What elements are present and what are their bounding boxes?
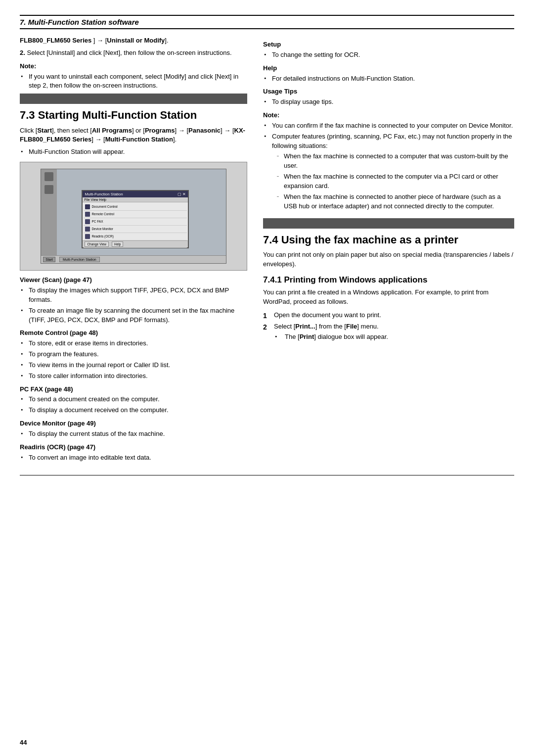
mfs-window: Multi-Function Station ▢ ✕ File View Hel… [82, 190, 189, 248]
remote-heading: Remote Control (page 48) [20, 329, 247, 338]
mfs-help-btn: Help [112, 241, 123, 247]
note-list-right: You can confirm if the fax machine is co… [263, 121, 514, 211]
viewer-bullet-2: To create an image file by scanning the … [20, 306, 247, 325]
viewer-bullet-1: To display the images which support TIFF… [20, 286, 247, 305]
screenshot-left-icons [41, 169, 57, 263]
chapter-title: 7. Multi-Function Station software [20, 18, 514, 26]
chapter-header: 7. Multi-Function Station software [20, 15, 514, 29]
mfs-controls: ▢ ✕ [178, 192, 186, 196]
mfs-appear-list: Multi-Function Station will appear. [20, 147, 247, 157]
mfs-appear-item: Multi-Function Station will appear. [20, 147, 247, 157]
page: 7. Multi-Function Station software FLB80… [0, 0, 534, 756]
left-column: FLB800_FLM650 Series ] → [Uninstall or M… [20, 36, 247, 465]
taskbar-start: Start [43, 257, 55, 262]
readiris-bullet-1: To convert an image into editable text d… [20, 453, 247, 463]
step-1-num: 1 [263, 311, 267, 321]
right-column: Setup To change the setting for OCR. Hel… [263, 36, 514, 465]
two-column-layout: FLB800_FLM650 Series ] → [Uninstall or M… [20, 36, 514, 465]
mfs-icon-2 [85, 212, 90, 217]
remote-bullet-2: To program the features. [20, 350, 247, 359]
screenshot-box: Multi-Function Station ▢ ✕ File View Hel… [20, 162, 247, 271]
section-741-title: 7.4.1 Printing from Windows applications [263, 275, 514, 285]
step-2-num: 2 [263, 322, 267, 332]
pcfax-heading: PC FAX (page 48) [20, 385, 247, 394]
taskbar-mfs: Multi-Function Station [59, 257, 100, 262]
device-heading: Device Monitor (page 49) [20, 419, 247, 428]
bottom-rule [20, 475, 514, 475]
section-74-bar [263, 218, 514, 229]
section-73-bar-text [23, 95, 25, 102]
steps-list: 1 Open the document you want to print. 2… [263, 311, 514, 342]
section-74-bar-text [266, 220, 268, 227]
flb-step-line: FLB800_FLM650 Series ] → [Uninstall or M… [20, 36, 247, 46]
icon-1 [44, 172, 53, 181]
step2-para: 2. Select [Uninstall] and click [Next], … [20, 48, 247, 58]
pcfax-list: To send a document created on the comput… [20, 395, 247, 415]
mfs-icon-1 [85, 204, 90, 209]
section-73-title: 7.3 Starting Multi-Function Station [20, 109, 247, 122]
usage-list: To display usage tips. [263, 97, 514, 107]
help-list: For detailed instructions on Multi-Funct… [263, 74, 514, 84]
remote-bullet-4: To store caller information into directo… [20, 372, 247, 381]
step-2-sub-list: The [Print] dialogue box will appear. [274, 332, 514, 342]
setup-list: To change the setting for OCR. [263, 50, 514, 60]
step-2-text: Select [Print...] from the [File] menu. [274, 323, 379, 330]
mfs-menu-list: Document Control Remote Control PC FAX [83, 202, 188, 245]
remote-bullet-1: To store, edit or erase items in directo… [20, 339, 247, 348]
usage-heading: Usage Tips [263, 87, 514, 96]
pcfax-bullet-2: To display a document received on the co… [20, 406, 247, 415]
viewer-heading: Viewer (Scan) (page 47) [20, 276, 247, 285]
mfs-row-4: Device Monitor [84, 226, 187, 233]
flb-series-label: FLB800_FLM650 Series [20, 37, 91, 44]
mfs-icon-4 [85, 227, 90, 232]
viewer-list: To display the images which support TIFF… [20, 286, 247, 325]
step-2-sub-bullet: The [Print] dialogue box will appear. [274, 332, 514, 342]
mfs-bottom-bar: Change View Help [83, 240, 188, 247]
mfs-icon-3 [85, 219, 90, 224]
dash-item-2: When the fax machine is connected to the… [272, 172, 514, 191]
mfs-row-5: Readiris (OCR) [84, 233, 187, 240]
screenshot-inner: Multi-Function Station ▢ ✕ File View Hel… [41, 169, 226, 264]
note-bullet-left: If you want to uninstall each component,… [20, 72, 247, 91]
mfs-item-1: Document Control [91, 205, 117, 209]
note-bullets-left: If you want to uninstall each component,… [20, 72, 247, 91]
section-74-title: 7.4 Using the fax machine as a printer [263, 234, 514, 246]
readiris-heading: Readiris (OCR) (page 47) [20, 443, 247, 452]
pcfax-bullet-1: To send a document created on the comput… [20, 395, 247, 404]
mfs-row-1: Document Control [84, 203, 187, 211]
mfs-item-2: Remote Control [91, 212, 114, 216]
mfs-body: Document Control Remote Control PC FAX [83, 202, 188, 245]
help-bullet: For detailed instructions on Multi-Funct… [263, 74, 514, 84]
uninstall-label: Uninstall or Modify [107, 37, 165, 44]
setup-heading: Setup [263, 40, 514, 49]
mfs-item-5: Readiris (OCR) [91, 235, 113, 238]
readiris-list: To convert an image into editable text d… [20, 453, 247, 463]
usage-bullet: To display usage tips. [263, 97, 514, 107]
mfs-row-2: Remote Control [84, 211, 187, 218]
icon-2 [44, 185, 53, 194]
section-73-intro: Click [Start], then select [All Programs… [20, 126, 247, 145]
section-74-intro: You can print not only on plain paper bu… [263, 250, 514, 269]
setup-bullet: To change the setting for OCR. [263, 50, 514, 60]
device-bullet-1: To display the current status of the fax… [20, 429, 247, 439]
page-number: 44 [20, 739, 27, 746]
note-label-right: Note: [263, 111, 514, 120]
note-label-left: Note: [20, 62, 247, 71]
step2-text: Select [Uninstall] and click [Next], the… [27, 49, 231, 56]
mfs-title-text: Multi-Function Station [85, 192, 123, 196]
mfs-menu-bar: File View Help [83, 197, 188, 202]
section-741-intro: You can print a file created in a Window… [263, 288, 514, 307]
step-1-text: Open the document you want to print. [274, 311, 381, 319]
section-73-bar [20, 94, 247, 104]
screenshot-taskbar: Start Multi-Function Station [41, 255, 226, 263]
remote-list: To store, edit or erase items in directo… [20, 339, 247, 380]
device-list: To display the current status of the fax… [20, 429, 247, 439]
note-right-bullet-2: Computer features (printing, scanning, P… [263, 132, 514, 211]
dash-item-1: When the fax machine is connected to a c… [272, 152, 514, 171]
remote-bullet-3: To view items in the journal report or C… [20, 361, 247, 370]
step-2: 2 Select [Print...] from the [File] menu… [263, 322, 514, 342]
dash-list: When the fax machine is connected to a c… [272, 152, 514, 211]
note-right-bullet-1: You can confirm if the fax machine is co… [263, 121, 514, 131]
step-1: 1 Open the document you want to print. [263, 311, 514, 320]
mfs-change-view-btn: Change View [85, 241, 109, 247]
